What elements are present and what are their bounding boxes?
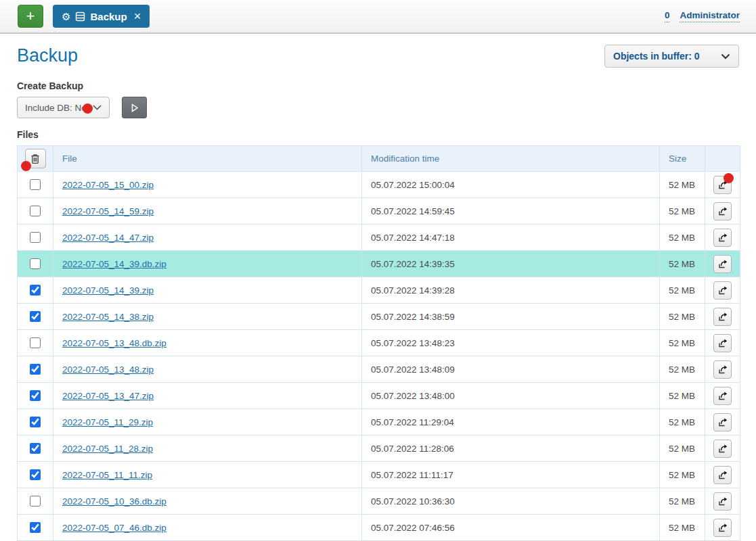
restore-button[interactable] [713, 466, 732, 484]
modification-time: 05.07.2022 15:00:04 [362, 172, 660, 198]
row-checkbox[interactable] [30, 285, 41, 296]
file-size: 52 MB [660, 436, 705, 462]
table-row[interactable]: 2022-07-05_11_11.zip 05.07.2022 11:11:17… [18, 462, 740, 488]
file-link[interactable]: 2022-07-05_11_28.zip [62, 444, 153, 454]
file-link[interactable]: 2022-07-05_14_39.zip [62, 285, 154, 296]
table-row[interactable]: 2022-07-05_11_29.zip 05.07.2022 11:29:04… [18, 409, 740, 436]
table-header-row: File Modification time Size [18, 146, 740, 172]
modification-time: 05.07.2022 11:11:17 [362, 462, 660, 488]
modification-time: 05.07.2022 11:29:04 [362, 409, 660, 436]
table-row[interactable]: 2022-07-05_10_36.db.zip 05.07.2022 10:36… [18, 488, 740, 515]
user-link[interactable]: Administrator [680, 10, 740, 22]
restore-upload-icon [717, 522, 728, 533]
run-backup-button[interactable] [122, 97, 147, 118]
restore-upload-icon [717, 364, 728, 375]
table-row[interactable]: 2022-07-05_14_59.zip 05.07.2022 14:59:45… [18, 198, 740, 225]
table-row[interactable]: 2022-07-05_14_38.zip 05.07.2022 14:38:59… [18, 304, 740, 330]
objects-in-buffer-dropdown[interactable]: Objects in buffer: 0 [604, 45, 739, 68]
column-header-actions [705, 146, 740, 172]
table-row[interactable]: 2022-07-05_14_47.zip 05.07.2022 14:47:18… [18, 225, 740, 251]
restore-button[interactable] [713, 281, 732, 300]
row-checkbox[interactable] [30, 179, 41, 190]
restore-button[interactable] [713, 413, 732, 431]
restore-button[interactable] [713, 360, 732, 379]
notification-count[interactable]: 0 [665, 10, 670, 22]
file-link[interactable]: 2022-07-05_14_59.zip [62, 206, 154, 216]
table-row[interactable]: 2022-07-05_13_48.zip 05.07.2022 13:48:09… [18, 356, 740, 383]
restore-button[interactable] [713, 492, 732, 511]
modification-time: 05.07.2022 13:48:09 [362, 356, 660, 383]
file-link[interactable]: 2022-07-05_10_36.db.zip [62, 496, 166, 507]
row-checkbox[interactable] [30, 496, 41, 507]
table-row[interactable]: 2022-07-05_13_47.zip 05.07.2022 13:48:00… [18, 383, 740, 409]
modification-time: 05.07.2022 13:48:23 [362, 330, 660, 356]
tab-backup[interactable]: ⚙ Backup × [53, 5, 150, 28]
row-checkbox[interactable] [30, 390, 41, 401]
row-checkbox[interactable] [30, 417, 41, 427]
restore-upload-icon [717, 443, 728, 454]
restore-upload-icon [717, 496, 728, 507]
file-size: 52 MB [660, 515, 705, 541]
file-link[interactable]: 2022-07-05_11_11.zip [62, 470, 152, 480]
play-icon [129, 103, 139, 113]
restore-button[interactable] [713, 308, 732, 326]
buffer-label: Objects in buffer: 0 [613, 51, 700, 62]
close-icon[interactable]: × [134, 9, 141, 24]
file-size: 52 MB [660, 330, 705, 356]
row-checkbox[interactable] [30, 206, 41, 216]
restore-button[interactable] [713, 202, 732, 220]
file-link[interactable]: 2022-07-05_14_47.zip [62, 233, 154, 243]
page-title: Backup [17, 45, 78, 66]
restore-upload-icon [717, 285, 728, 296]
modification-time: 05.07.2022 14:39:35 [362, 251, 660, 277]
restore-upload-icon [717, 311, 728, 322]
include-db-dropdown[interactable]: Include DB: No [17, 97, 110, 118]
row-checkbox[interactable] [30, 337, 41, 348]
restore-button[interactable] [713, 440, 732, 458]
row-checkbox[interactable] [30, 469, 41, 480]
file-size: 52 MB [660, 356, 705, 383]
file-link[interactable]: 2022-07-05_13_48.zip [62, 364, 154, 375]
modification-time: 05.07.2022 14:39:28 [362, 277, 660, 304]
delete-selected-button[interactable] [25, 149, 46, 168]
file-size: 52 MB [660, 172, 705, 198]
table-row[interactable]: 2022-07-05_11_28.zip 05.07.2022 11:28:06… [18, 436, 740, 462]
file-link[interactable]: 2022-07-05_07_46.db.zip [62, 523, 166, 533]
file-link[interactable]: 2022-07-05_13_47.zip [62, 391, 154, 401]
restore-button[interactable] [713, 229, 732, 247]
row-checkbox[interactable] [30, 364, 41, 375]
add-tab-button[interactable]: + [18, 5, 43, 28]
file-size: 52 MB [660, 488, 705, 515]
table-row[interactable]: 2022-07-05_14_39.zip 05.07.2022 14:39:28… [18, 277, 740, 304]
row-checkbox[interactable] [30, 232, 41, 243]
files-table-body: 2022-07-05_15_00.zip 05.07.2022 15:00:04… [18, 172, 740, 541]
restore-button[interactable] [713, 334, 732, 352]
restore-button[interactable] [713, 176, 732, 194]
restore-upload-icon [717, 469, 728, 480]
table-row[interactable]: 2022-07-05_13_48.db.zip 05.07.2022 13:48… [18, 330, 740, 356]
main-content: Backup Objects in buffer: 0 Create Backu… [0, 34, 756, 541]
click-marker [21, 161, 31, 171]
column-header-modification-time[interactable]: Modification time [362, 146, 660, 172]
restore-button[interactable] [713, 255, 732, 273]
row-checkbox[interactable] [30, 522, 41, 533]
table-row[interactable]: 2022-07-05_15_00.zip 05.07.2022 15:00:04… [18, 172, 740, 198]
restore-button[interactable] [713, 387, 732, 405]
file-link[interactable]: 2022-07-05_11_29.zip [62, 417, 153, 427]
top-bar: + ⚙ Backup × 0 Administrator [0, 0, 756, 34]
restore-button[interactable] [713, 519, 732, 537]
file-link[interactable]: 2022-07-05_13_48.db.zip [62, 338, 166, 348]
table-row[interactable]: 2022-07-05_07_46.db.zip 05.07.2022 07:46… [18, 515, 740, 541]
restore-upload-icon [717, 337, 728, 348]
files-table: File Modification time Size 2022-07-05_1… [17, 145, 740, 541]
file-link[interactable]: 2022-07-05_14_38.zip [62, 312, 154, 322]
column-header-file[interactable]: File [53, 146, 362, 172]
row-checkbox[interactable] [30, 443, 41, 454]
column-header-size[interactable]: Size [660, 146, 705, 172]
file-link[interactable]: 2022-07-05_15_00.zip [62, 180, 154, 190]
row-checkbox[interactable] [30, 258, 41, 269]
table-row[interactable]: 2022-07-05_14_39.db.zip 05.07.2022 14:39… [18, 251, 740, 277]
file-link[interactable]: 2022-07-05_14_39.db.zip [62, 259, 166, 269]
restore-upload-icon [717, 390, 728, 401]
row-checkbox[interactable] [30, 311, 41, 322]
